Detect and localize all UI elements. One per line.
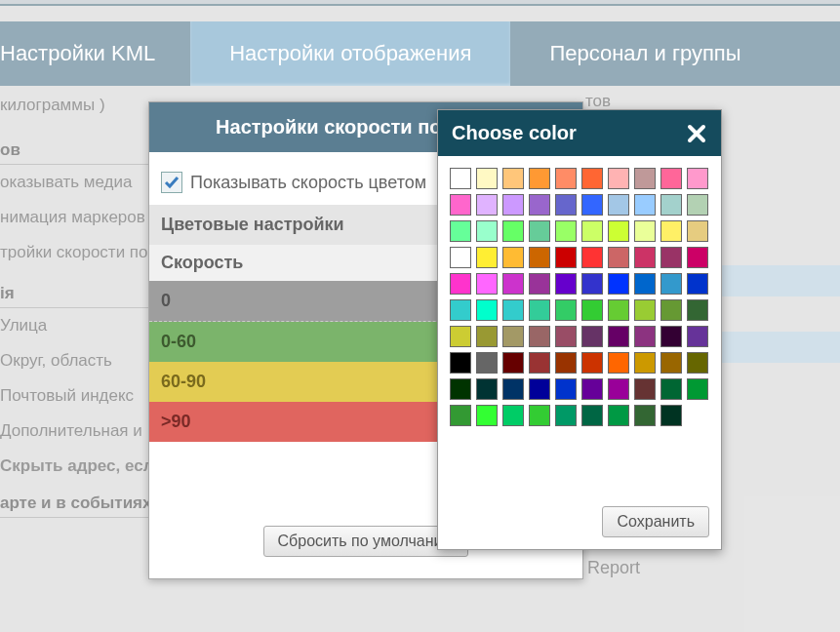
color-swatch[interactable] — [634, 378, 656, 400]
tab-display[interactable]: Настройки отображения — [190, 21, 510, 86]
color-swatch[interactable] — [660, 168, 682, 189]
color-swatch[interactable] — [529, 220, 550, 242]
color-swatch[interactable] — [581, 352, 603, 374]
color-swatch[interactable] — [450, 378, 471, 400]
color-swatch[interactable] — [581, 299, 603, 321]
color-swatch[interactable] — [634, 220, 656, 242]
color-swatch[interactable] — [555, 273, 577, 295]
color-swatch[interactable] — [502, 273, 524, 295]
color-swatch[interactable] — [634, 273, 656, 295]
tab-personnel[interactable]: Персонал и группы — [510, 21, 780, 86]
color-swatch[interactable] — [687, 168, 708, 189]
color-swatch[interactable] — [634, 326, 656, 347]
color-swatch[interactable] — [608, 299, 629, 321]
color-swatch[interactable] — [660, 352, 682, 374]
color-swatch[interactable] — [476, 352, 498, 374]
color-swatch[interactable] — [529, 405, 550, 426]
color-swatch[interactable] — [502, 194, 524, 216]
color-swatch[interactable] — [581, 378, 603, 400]
color-swatch[interactable] — [450, 194, 471, 216]
color-swatch[interactable] — [634, 352, 656, 374]
color-swatch[interactable] — [660, 405, 682, 426]
color-swatch[interactable] — [608, 273, 629, 295]
color-swatch[interactable] — [555, 299, 577, 321]
save-color-button[interactable]: Сохранить — [602, 506, 709, 537]
color-swatch[interactable] — [634, 405, 656, 426]
color-swatch[interactable] — [450, 220, 471, 242]
color-swatch[interactable] — [581, 220, 603, 242]
color-swatch[interactable] — [555, 378, 577, 400]
close-button[interactable] — [686, 123, 707, 144]
color-swatch[interactable] — [634, 168, 656, 189]
color-swatch[interactable] — [502, 405, 524, 426]
color-swatch[interactable] — [608, 168, 629, 189]
color-swatch[interactable] — [502, 220, 524, 242]
tab-kml[interactable]: Настройки KML — [0, 21, 190, 86]
color-swatch[interactable] — [555, 405, 577, 426]
show-speed-color-checkbox[interactable] — [161, 172, 182, 193]
color-swatch[interactable] — [476, 220, 498, 242]
color-swatch[interactable] — [581, 326, 603, 347]
color-swatch[interactable] — [608, 326, 629, 347]
color-swatch[interactable] — [581, 273, 603, 295]
color-swatch[interactable] — [502, 299, 524, 321]
color-swatch[interactable] — [450, 273, 471, 295]
color-swatch[interactable] — [660, 326, 682, 347]
color-swatch[interactable] — [476, 194, 498, 216]
color-swatch[interactable] — [555, 326, 577, 347]
color-swatch[interactable] — [608, 352, 629, 374]
color-swatch[interactable] — [608, 247, 629, 268]
color-swatch[interactable] — [476, 168, 498, 189]
color-swatch[interactable] — [660, 247, 682, 268]
color-swatch[interactable] — [581, 194, 603, 216]
color-swatch[interactable] — [687, 220, 708, 242]
color-swatch[interactable] — [555, 247, 577, 268]
color-swatch[interactable] — [529, 378, 550, 400]
color-swatch[interactable] — [476, 273, 498, 295]
color-swatch[interactable] — [555, 220, 577, 242]
color-swatch[interactable] — [502, 378, 524, 400]
color-swatch[interactable] — [660, 299, 682, 321]
color-swatch[interactable] — [502, 352, 524, 374]
color-swatch[interactable] — [660, 378, 682, 400]
color-swatch[interactable] — [581, 168, 603, 189]
color-swatch[interactable] — [634, 194, 656, 216]
color-swatch[interactable] — [687, 194, 708, 216]
color-swatch[interactable] — [529, 168, 550, 189]
color-swatch[interactable] — [476, 247, 498, 268]
color-swatch[interactable] — [660, 273, 682, 295]
color-swatch[interactable] — [660, 220, 682, 242]
color-swatch[interactable] — [529, 194, 550, 216]
color-swatch[interactable] — [687, 273, 708, 295]
color-swatch[interactable] — [608, 220, 629, 242]
color-swatch[interactable] — [529, 299, 550, 321]
color-swatch[interactable] — [502, 247, 524, 268]
color-swatch[interactable] — [450, 352, 471, 374]
color-swatch[interactable] — [687, 326, 708, 347]
color-swatch[interactable] — [687, 247, 708, 268]
color-swatch[interactable] — [450, 299, 471, 321]
color-swatch[interactable] — [529, 247, 550, 268]
color-swatch[interactable] — [608, 378, 629, 400]
color-swatch[interactable] — [581, 405, 603, 426]
color-swatch[interactable] — [502, 326, 524, 347]
color-swatch[interactable] — [660, 194, 682, 216]
color-swatch[interactable] — [529, 273, 550, 295]
color-swatch[interactable] — [450, 168, 471, 189]
color-swatch[interactable] — [450, 326, 471, 347]
color-swatch[interactable] — [476, 405, 498, 426]
color-swatch[interactable] — [555, 168, 577, 189]
color-swatch[interactable] — [634, 247, 656, 268]
color-swatch[interactable] — [502, 168, 524, 189]
color-swatch[interactable] — [687, 378, 708, 400]
color-swatch[interactable] — [608, 405, 629, 426]
color-swatch[interactable] — [581, 247, 603, 268]
color-swatch[interactable] — [608, 194, 629, 216]
color-swatch[interactable] — [450, 247, 471, 268]
color-swatch[interactable] — [529, 326, 550, 347]
color-swatch[interactable] — [634, 299, 656, 321]
color-swatch[interactable] — [687, 352, 708, 374]
color-swatch[interactable] — [555, 194, 577, 216]
color-swatch[interactable] — [476, 299, 498, 321]
color-swatch[interactable] — [450, 405, 471, 426]
